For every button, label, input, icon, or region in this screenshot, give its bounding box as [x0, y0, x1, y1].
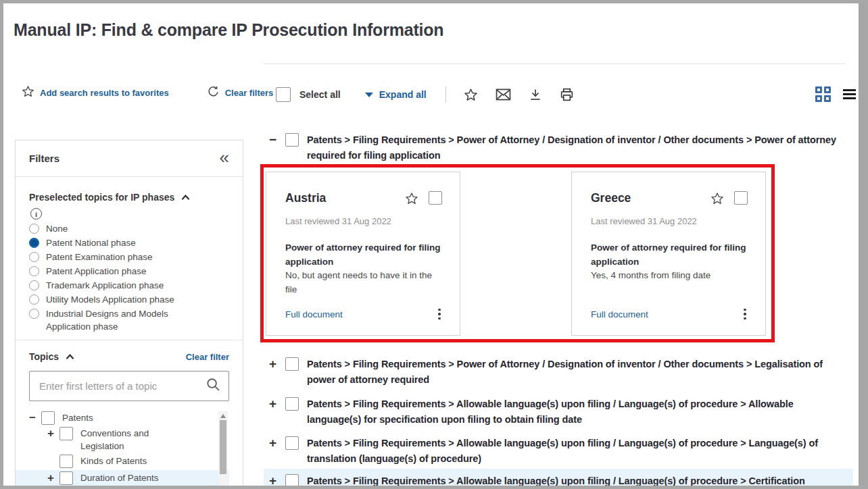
email-icon[interactable]	[496, 88, 511, 101]
tree-item-patents[interactable]: − Patents	[29, 411, 213, 425]
filters-title: Filters	[29, 153, 59, 164]
star-icon[interactable]	[405, 192, 418, 208]
card-country-name: Greece	[591, 191, 710, 205]
info-icon[interactable]	[30, 208, 42, 220]
tree-checkbox[interactable]	[41, 411, 55, 425]
toolbar-divider	[445, 86, 446, 103]
group-title[interactable]: Patents > Filing Requirements > Power of…	[307, 357, 838, 387]
radio-icon[interactable]	[29, 266, 39, 276]
result-group-row[interactable]: − Patents > Filing Requirements > Power …	[269, 132, 853, 163]
tree-item-kinds-of-patents[interactable]: Kinds of Patents	[29, 455, 213, 468]
group-title[interactable]: Patents > Filing Requirements > Allowabl…	[307, 436, 838, 466]
tree-checkbox[interactable]	[59, 471, 73, 485]
radio-selected-icon[interactable]	[29, 238, 39, 248]
results-toolbar: Select all Expand all	[276, 82, 574, 107]
chevron-up-icon	[66, 354, 74, 360]
radio-icon[interactable]	[29, 252, 39, 262]
group-checkbox[interactable]	[285, 436, 299, 450]
result-group-row[interactable]: + Patents > Filing Requirements > Power …	[269, 357, 853, 387]
app-window: Manual IP: Find & compare IP Prosecution…	[0, 0, 868, 489]
tree-checkbox[interactable]	[59, 455, 73, 468]
clear-filters-label: Clear filters	[225, 88, 274, 98]
expand-group-icon[interactable]: +	[269, 396, 285, 411]
star-icon	[22, 85, 34, 101]
country-card-greece: Greece Last reviewed 31 Aug 2022 Power o…	[571, 172, 766, 336]
tree-item-duration-of-patents[interactable]: + Duration of Patents	[16, 470, 229, 489]
full-document-link[interactable]: Full document	[285, 309, 343, 319]
phase-option-patent-national[interactable]: Patent National phase	[29, 236, 229, 249]
phase-option-utility-models[interactable]: Utility Models Application phase	[29, 293, 229, 306]
clear-topic-filter-button[interactable]: Clear filter	[186, 352, 229, 362]
collapse-panel-icon[interactable]: «	[220, 151, 229, 164]
search-icon[interactable]	[206, 378, 220, 394]
clear-filters-button[interactable]: Clear filters	[207, 85, 274, 101]
full-document-link[interactable]: Full document	[591, 309, 648, 319]
phase-option-trademark-application[interactable]: Trademark Application phase	[29, 279, 229, 292]
collapse-node-icon[interactable]: −	[29, 411, 41, 425]
scroll-up-arrow-icon[interactable]	[220, 414, 226, 418]
view-toggles	[815, 86, 856, 102]
tree-item-conventions-legislation[interactable]: + Conventions and Legislation	[29, 427, 213, 453]
expand-group-icon[interactable]: +	[269, 473, 285, 488]
phases-section-header[interactable]: Preselected topics for IP phases	[29, 192, 229, 203]
last-reviewed: Last reviewed 31 Aug 2022	[285, 216, 442, 226]
expand-group-icon[interactable]: +	[269, 436, 285, 451]
result-group-row[interactable]: + Patents > Filing Requirements > Allowa…	[269, 436, 853, 466]
print-icon[interactable]	[560, 88, 574, 102]
group-title[interactable]: Patents > Filing Requirements > Allowabl…	[307, 396, 838, 427]
kebab-menu-icon[interactable]	[434, 307, 445, 321]
group-checkbox[interactable]	[285, 474, 299, 488]
page-title: Manual IP: Find & compare IP Prosecution…	[14, 20, 443, 40]
add-favorites-button[interactable]: Add search results to favorites	[22, 85, 169, 101]
star-icon[interactable]	[710, 192, 724, 208]
topic-search-input[interactable]	[39, 380, 206, 392]
group-checkbox[interactable]	[285, 133, 299, 147]
tree-checkbox[interactable]	[59, 427, 73, 440]
results-toolbar-left: Add search results to favorites Clear fi…	[22, 85, 273, 101]
group-checkbox[interactable]	[285, 397, 299, 411]
chevron-down-icon[interactable]	[365, 93, 373, 97]
refresh-icon	[207, 85, 220, 101]
radio-icon[interactable]	[29, 309, 39, 319]
kebab-menu-icon[interactable]	[740, 307, 750, 321]
country-card-austria: Austria Last reviewed 31 Aug 2022 Power …	[266, 172, 460, 336]
collapse-group-icon[interactable]: −	[269, 132, 285, 147]
card-answer: Yes, 4 months from filing date	[591, 269, 748, 283]
radio-icon[interactable]	[29, 224, 39, 234]
tree-scrollbar[interactable]	[218, 411, 228, 487]
topics-section-header[interactable]: Topics	[29, 351, 74, 362]
group-checkbox[interactable]	[285, 357, 299, 371]
result-group-row[interactable]: + Patents > Filing Requirements > Allowa…	[269, 396, 853, 427]
chevron-up-icon	[181, 195, 190, 201]
topics-heading: Topics	[29, 351, 59, 362]
card-checkbox[interactable]	[734, 191, 748, 205]
page-scrollbar[interactable]	[859, 3, 865, 486]
expand-group-icon[interactable]: +	[269, 357, 285, 371]
card-answer: No, but agent needs to have it in the fi…	[285, 269, 442, 297]
radio-icon[interactable]	[29, 280, 39, 290]
download-icon[interactable]	[529, 88, 542, 101]
expand-node-icon[interactable]: +	[47, 427, 59, 440]
expand-all-button[interactable]: Expand all	[379, 89, 427, 100]
phase-option-none[interactable]: None	[29, 222, 229, 235]
group-title[interactable]: Patents > Filing Requirements > Allowabl…	[307, 473, 838, 489]
group-title[interactable]: Patents > Filing Requirements > Power of…	[307, 132, 838, 163]
select-all-checkbox[interactable]	[276, 87, 291, 102]
result-group-row[interactable]: + Patents > Filing Requirements > Allowa…	[264, 469, 853, 489]
phase-option-patent-examination[interactable]: Patent Examination phase	[29, 251, 229, 263]
phases-heading: Preselected topics for IP phases	[29, 192, 174, 203]
header-divider	[264, 63, 845, 64]
expand-node-icon[interactable]: +	[47, 471, 59, 485]
phase-option-patent-application[interactable]: Patent Application phase	[29, 265, 229, 278]
add-favorites-label: Add search results to favorites	[40, 88, 169, 98]
topics-section: Topics Clear filter − Patents +	[16, 340, 243, 489]
favorite-star-button[interactable]	[464, 88, 478, 102]
phase-option-industrial-designs[interactable]: Industrial Designs and Models Applicatio…	[29, 307, 229, 333]
list-view-icon[interactable]	[843, 87, 856, 101]
grid-view-icon[interactable]	[815, 86, 831, 102]
radio-icon[interactable]	[29, 294, 39, 305]
card-country-name: Austria	[285, 191, 405, 205]
select-all-label[interactable]: Select all	[299, 89, 341, 100]
scrollbar-thumb[interactable]	[220, 420, 226, 474]
card-checkbox[interactable]	[429, 191, 442, 205]
